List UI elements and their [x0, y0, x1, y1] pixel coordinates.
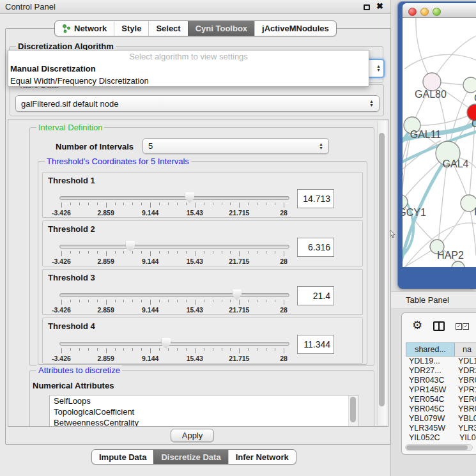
slider-tick	[239, 348, 240, 353]
threshold-slider[interactable]: -3.4262.8599.14415.4321.71528	[59, 337, 289, 363]
attributes-scrollbar-thumb[interactable]	[350, 397, 356, 422]
numerical-attributes-label: Numerical Attributes	[33, 381, 114, 390]
threshold-label: Threshold 2	[48, 224, 95, 234]
slider-tick	[132, 348, 133, 351]
slider-thumb[interactable]	[161, 338, 171, 349]
threshold-slider[interactable]: -3.4262.8599.14415.4321.71528	[59, 289, 289, 314]
network-edge[interactable]	[416, 18, 432, 82]
apply-button[interactable]: Apply	[171, 429, 214, 442]
tab-cyni-toolbox[interactable]: Cyni Toolbox	[188, 21, 254, 36]
slider-tick	[275, 203, 275, 205]
float-window-button[interactable]	[364, 4, 370, 10]
slider-tick	[106, 203, 107, 208]
threshold-value-field[interactable]: 6.316	[297, 238, 334, 257]
network-node-label: GAL11	[410, 129, 441, 140]
network-edge[interactable]	[432, 36, 476, 82]
slider-thumb[interactable]	[232, 289, 242, 300]
slider-tick	[257, 251, 257, 254]
threshold-4-panel: Threshold 4-3.4262.8599.14415.4321.71528…	[42, 318, 363, 364]
network-node-gal80[interactable]	[423, 73, 441, 91]
slider-tick	[106, 251, 107, 256]
table-row[interactable]: YER054CYER0	[406, 395, 476, 404]
slider-tick	[266, 251, 266, 254]
attributes-scrollbar[interactable]	[348, 395, 358, 427]
algorithm-placeholder-option[interactable]: Select algorithm to view settings	[8, 50, 369, 63]
network-canvas[interactable]: GAL80GACGAL11GAL4GCY1HHAP2	[403, 18, 476, 267]
tab-jactivemnodules[interactable]: jActiveMNodules	[254, 21, 336, 36]
slider-tick	[266, 348, 266, 351]
slider-tick	[177, 251, 178, 254]
tab-discretize-data[interactable]: Discretize Data	[153, 450, 227, 464]
table-row[interactable]: YBR045CYBR0	[406, 404, 476, 414]
tab-network[interactable]: Network	[55, 21, 114, 36]
table-row[interactable]: YIL052CYIL0	[406, 433, 476, 441]
tab-label: Cyni Toolbox	[196, 24, 247, 33]
table-horizontal-scrollbar-thumb[interactable]	[406, 445, 468, 450]
slider-tick	[159, 300, 160, 302]
slider-tick	[115, 300, 116, 302]
threshold-slider[interactable]: -3.4262.8599.14415.4321.71528	[59, 240, 289, 266]
slider-tick	[115, 348, 116, 351]
network-view-window[interactable]: GAL80GACGAL11GAL4GCY1HHAP2	[397, 1, 476, 289]
network-node-ga[interactable]	[463, 77, 476, 93]
attribute-item-betweennesscentrality[interactable]: BetweennessCentrality	[50, 417, 358, 427]
tab-infer-network[interactable]: Infer Network	[228, 450, 296, 464]
slider-thumb[interactable]	[185, 192, 194, 203]
slider-thumb[interactable]	[125, 241, 135, 252]
threshold-value-field[interactable]: 21.4	[297, 286, 334, 305]
attribute-item-selfloops[interactable]: SelfLoops	[50, 395, 358, 406]
threshold-2-panel: Threshold 2-3.4262.8599.14415.4321.71528…	[42, 220, 363, 266]
checkbox-icon[interactable]: ✓	[456, 323, 462, 330]
settings-scrollbar-thumb[interactable]	[379, 133, 385, 406]
slider-tick	[177, 348, 178, 351]
slider-tick	[79, 300, 80, 302]
table-row[interactable]: YBL079WYBL0	[406, 414, 476, 424]
mac-zoom-icon[interactable]	[433, 8, 441, 16]
slider-tick	[222, 300, 222, 302]
attribute-item-topologicalcoefficient[interactable]: TopologicalCoefficient	[50, 406, 358, 417]
table-row[interactable]: YDL19...YDL1	[406, 357, 476, 366]
table-row[interactable]: YBR043CYBR0	[406, 376, 476, 385]
tab-impute-data[interactable]: Impute Data	[92, 450, 153, 464]
table-horizontal-scrollbar[interactable]	[405, 444, 473, 451]
cell-shared-name: YBR045C	[406, 404, 450, 414]
network-window-titlebar	[403, 3, 476, 18]
network-icon	[62, 24, 71, 33]
network-edge[interactable]	[404, 54, 476, 69]
algorithm-option-equal-width-frequency-discretization[interactable]: Equal Width/Frequency Discretization	[8, 75, 369, 87]
table-row[interactable]: YPR145WYPR1	[406, 385, 476, 395]
column-header-shared-name[interactable]: shared...	[406, 342, 455, 357]
column-header-name[interactable]: na	[455, 342, 476, 357]
cell-shared-name: YBR043C	[406, 376, 450, 385]
attribute-items: SelfLoopsTopologicalCoefficientBetweenne…	[50, 395, 358, 427]
slider-tick	[177, 203, 178, 205]
mac-close-icon[interactable]	[408, 8, 417, 16]
interval-definition-group: Interval Definition Number of Intervals …	[29, 127, 374, 366]
tab-style[interactable]: Style	[114, 21, 148, 36]
numerical-attributes-list[interactable]: SelfLoopsTopologicalCoefficientBetweenne…	[49, 395, 358, 427]
slider-tick-label: 2.859	[97, 355, 114, 362]
slider-tick	[186, 348, 187, 351]
network-node[interactable]	[452, 261, 464, 267]
table-row[interactable]: YDR27...YDR2	[406, 366, 476, 376]
threshold-slider[interactable]: -3.4262.8599.14415.4321.71528	[59, 192, 289, 217]
slider-tick-label: -3.426	[52, 306, 71, 314]
mac-minimize-icon[interactable]	[420, 8, 429, 16]
table-data-combobox[interactable]: galFiltered.sif default node ▲▼	[15, 95, 380, 112]
split-columns-icon[interactable]	[433, 321, 445, 331]
settings-scrollbar[interactable]	[377, 121, 387, 425]
table-row[interactable]: YLR345WYLR3	[406, 424, 476, 433]
num-intervals-combobox[interactable]: 5 ▲▼	[142, 138, 329, 154]
slider-tick	[168, 300, 169, 302]
threshold-value-field[interactable]: 14.713	[297, 189, 334, 208]
slider-tick-label: 2.859	[97, 306, 114, 314]
tab-select[interactable]: Select	[148, 21, 187, 36]
gear-icon[interactable]: ⚙	[412, 318, 422, 332]
slider-tick-label: 21.715	[229, 257, 249, 265]
close-panel-button[interactable]: ✖	[376, 1, 383, 11]
control-panel-title: Control Panel	[5, 2, 56, 12]
checkbox-icon[interactable]: ✓	[463, 323, 469, 330]
algorithm-option-manual-discretization[interactable]: Manual Discretization	[8, 63, 369, 75]
slider-tick	[213, 348, 213, 351]
threshold-value-field[interactable]: 11.344	[297, 335, 334, 354]
